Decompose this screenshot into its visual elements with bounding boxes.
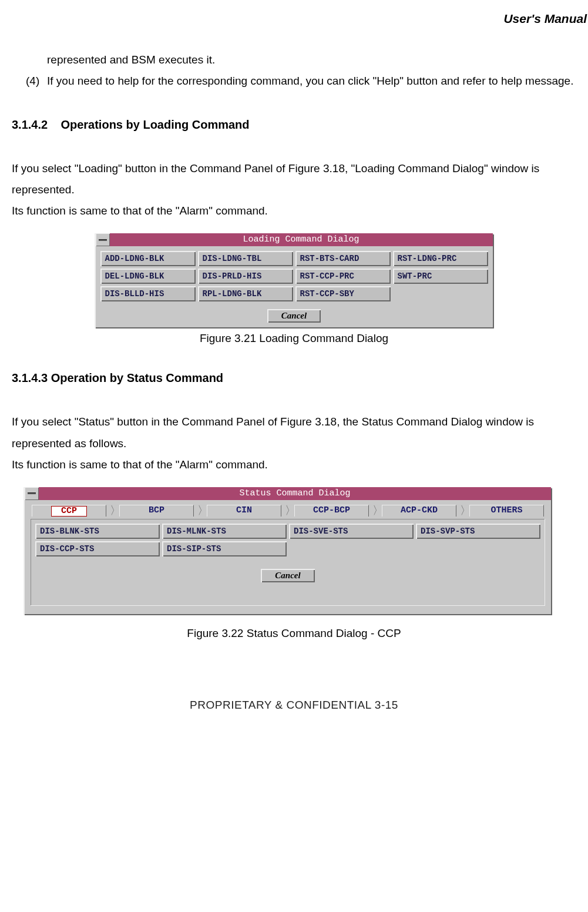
cmd-dis-ccp-sts[interactable]: DIS-CCP-STS [35,541,160,556]
section-title: Operations by Loading Command [61,118,249,131]
system-menu-icon[interactable] [25,487,39,500]
cmd-add-ldng-blk[interactable]: ADD-LDNG-BLK [100,251,196,266]
section-heading-3143: 3.1.4.3 Operation by Status Command [0,371,588,385]
tab-label: CCP [51,506,87,517]
tab-acp-ckd[interactable]: ACP-CKD [378,504,460,518]
loading-command-dialog: Loading Command Dialog ADD-LDNG-BLK DIS-… [95,233,494,328]
tab-divider: 〉 [285,504,291,518]
status-panel: DIS-BLNK-STS DIS-MLNK-STS DIS-SVE-STS DI… [31,519,545,606]
tab-label: CCP-BCP [313,505,350,515]
page-footer: PROPRIETARY & CONFIDENTIAL 3-15 [0,693,588,710]
dialog-titlebar: Loading Command Dialog [96,233,493,246]
tab-label: BCP [149,505,164,515]
dialog-titlebar: Status Command Dialog [25,487,551,500]
cmd-dis-sve-sts[interactable]: DIS-SVE-STS [289,524,414,539]
dialog-title: Status Command Dialog [39,487,551,500]
empty-cell [289,541,414,556]
tab-divider: 〉 [197,504,203,518]
list-number-4: (4) [26,71,47,92]
tab-cin[interactable]: CIN [203,504,285,518]
cmd-dis-sip-sts[interactable]: DIS-SIP-STS [162,541,287,556]
section1-para1: If you select "Loading" button in the Co… [12,158,576,200]
section1-para2: Its function is same to that of the "Ala… [12,200,576,222]
section2-para1: If you select "Status" button in the Com… [12,411,576,454]
section-num: 3.1.4.2 [12,118,48,131]
cmd-del-ldng-blk[interactable]: DEL-LDNG-BLK [100,269,196,284]
tab-ccp-bcp[interactable]: CCP-BCP [291,504,372,518]
tab-divider: 〉 [372,504,378,518]
tab-ccp[interactable]: CCP [28,504,110,518]
cmd-rst-ldng-prc[interactable]: RST-LDNG-PRC [393,251,488,266]
status-command-dialog: Status Command Dialog CCP 〉 BCP 〉 CIN 〉 … [23,487,552,615]
cmd-dis-svp-sts[interactable]: DIS-SVP-STS [416,524,540,539]
cmd-rpl-ldng-blk[interactable]: RPL-LDNG-BLK [198,286,293,301]
cmd-dis-prld-his[interactable]: DIS-PRLD-HIS [198,269,293,284]
tab-divider: 〉 [460,504,466,518]
cmd-dis-blnk-sts[interactable]: DIS-BLNK-STS [35,524,160,539]
tab-label: ACP-CKD [401,505,438,515]
section-heading-3142: 3.1.4.2 Operations by Loading Command [0,118,588,132]
cmd-swt-prc[interactable]: SWT-PRC [393,269,488,284]
tab-row: CCP 〉 BCP 〉 CIN 〉 CCP-BCP 〉 ACP-CKD 〉 OT… [23,501,552,518]
figure-caption-321: Figure 3.21 Loading Command Dialog [95,332,494,345]
tab-label: CIN [236,505,252,515]
cmd-dis-mlnk-sts[interactable]: DIS-MLNK-STS [162,524,287,539]
list-item-4: If you need to help for the correspondin… [47,71,576,92]
tab-others[interactable]: OTHERS [466,504,547,518]
system-menu-icon[interactable] [96,233,110,246]
cmd-rst-bts-card[interactable]: RST-BTS-CARD [295,251,391,266]
cmd-rst-ccp-sby[interactable]: RST-CCP-SBY [295,286,391,301]
dialog-title: Loading Command Dialog [110,233,493,246]
intro-line: represented and BSM executes it. [12,49,576,71]
cmd-rst-ccp-prc[interactable]: RST-CCP-PRC [295,269,391,284]
cancel-button[interactable]: Cancel [261,569,314,582]
cmd-dis-ldng-tbl[interactable]: DIS-LDNG-TBL [198,251,293,266]
page-header: User's Manual [0,12,588,26]
empty-cell [393,286,488,301]
cancel-button[interactable]: Cancel [267,309,321,323]
figure-caption-322: Figure 3.22 Status Command Dialog - CCP [0,627,588,640]
section2-para2: Its function is same to that of the "Ala… [12,454,576,475]
tab-label: OTHERS [490,505,522,515]
tab-bcp[interactable]: BCP [116,504,197,518]
cmd-dis-blld-his[interactable]: DIS-BLLD-HIS [100,286,196,301]
empty-cell [416,541,540,556]
tab-divider: 〉 [110,504,116,518]
